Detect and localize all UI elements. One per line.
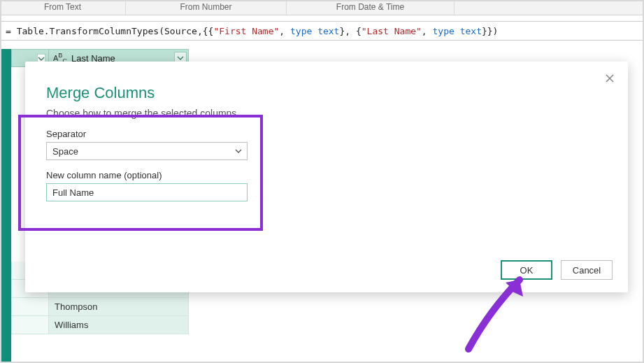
close-icon <box>605 73 615 83</box>
separator-label: Separator <box>46 129 607 139</box>
formula-keyword: type <box>290 26 312 36</box>
formula-string: "First Name" <box>213 26 279 36</box>
formula-text: = Table.TransformColumnTypes(Source,{{ <box>6 26 213 36</box>
column-selector-bar[interactable] <box>1 49 11 362</box>
ribbon-item-from-text[interactable]: From Text <box>0 0 126 15</box>
dialog-title: Merge Columns <box>46 84 607 102</box>
formula-bar[interactable]: = Table.TransformColumnTypes(Source,{{"F… <box>1 21 643 41</box>
separator-value: Space <box>52 146 78 157</box>
chevron-down-icon <box>234 147 243 157</box>
ok-button[interactable]: OK <box>501 260 552 280</box>
separator-dropdown[interactable]: Space <box>46 142 248 160</box>
cell-value: Thompson <box>49 298 189 316</box>
new-column-name-label: New column name (optional) <box>46 170 607 180</box>
dialog-subtitle: Choose how to merge the selected columns… <box>46 108 607 119</box>
ribbon-item-from-datetime[interactable]: From Date & Time <box>287 0 455 15</box>
chevron-down-icon <box>177 55 184 62</box>
cell-value: Williams <box>49 316 189 334</box>
table-row[interactable]: Williams <box>11 316 193 334</box>
new-column-name-input[interactable] <box>46 183 248 201</box>
close-button[interactable] <box>603 71 617 85</box>
ribbon-item-from-number[interactable]: From Number <box>126 0 287 15</box>
cancel-button[interactable]: Cancel <box>561 260 613 280</box>
table-row[interactable]: Thompson <box>11 298 193 316</box>
merge-columns-dialog: Merge Columns Choose how to merge the se… <box>25 62 628 292</box>
ribbon: From Text From Number From Date & Time <box>0 0 644 15</box>
